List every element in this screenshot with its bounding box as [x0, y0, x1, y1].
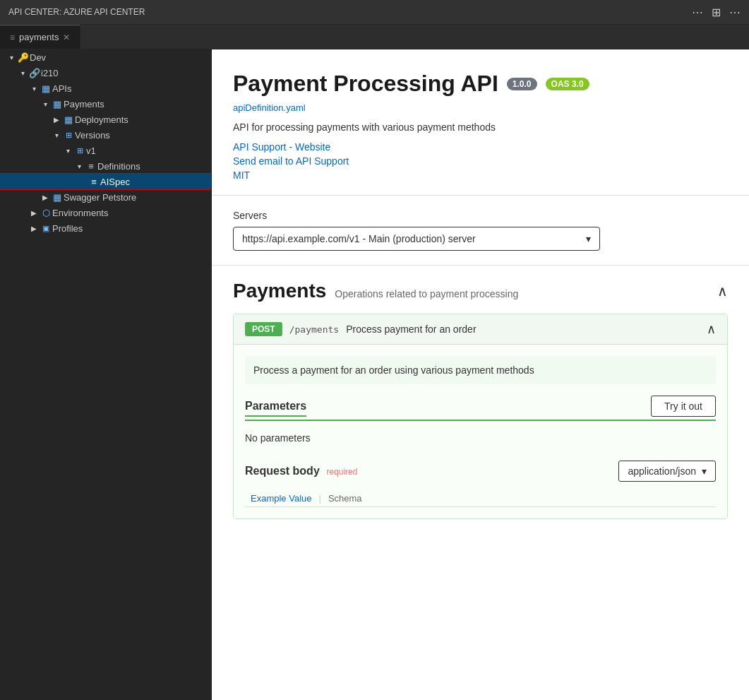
sidebar-item-versions[interactable]: ▾ ⊞ Versions: [0, 127, 211, 143]
sidebar-item-dev[interactable]: ▾ 🔑 Dev: [0, 49, 211, 65]
api-icon-swagger: ▦: [51, 192, 64, 203]
servers-label: Servers: [233, 210, 728, 221]
sidebar-item-definitions[interactable]: ▾ ≡ Definitions: [0, 158, 211, 174]
content-type-dropdown[interactable]: application/json ▾: [618, 461, 716, 482]
arrow-deployments: ▶: [51, 116, 62, 124]
tab-close-button[interactable]: ✕: [63, 32, 70, 42]
tab-label: payments: [19, 32, 59, 42]
lines-icon-definitions: ≡: [85, 161, 97, 172]
request-body-label-group: Request body required: [245, 465, 357, 477]
endpoint-header: POST /payments Process payment for an or…: [234, 314, 727, 345]
sidebar-item-environments[interactable]: ▶ ⬡ Environments: [0, 205, 211, 220]
endpoint-collapse-button[interactable]: ∧: [707, 321, 716, 337]
request-body-label: Request body: [245, 465, 320, 477]
api-license-link[interactable]: MIT: [233, 170, 728, 181]
params-tabs-row: Parameters Try it out: [245, 396, 716, 421]
content-type-value: application/json: [628, 465, 696, 477]
version-badge: 1.0.0: [507, 78, 537, 90]
sidebar-item-apis[interactable]: ▾ ▦ APIs: [0, 81, 211, 96]
request-body-row: Request body required application/json ▾: [245, 461, 716, 482]
sidebar-label-definitions: Definitions: [97, 161, 211, 172]
no-parameters-text: No parameters: [245, 427, 716, 449]
section-collapse-button[interactable]: ∧: [717, 283, 728, 299]
sidebar-label-apis: APIs: [52, 83, 211, 94]
section-title: Payments: [233, 280, 326, 302]
schema-tab-divider: |: [317, 490, 322, 506]
spec-badge: OAS 3.0: [546, 78, 589, 90]
try-it-out-button[interactable]: Try it out: [651, 396, 716, 417]
api-links: API Support - Website Send email to API …: [233, 141, 728, 181]
endpoint-left: POST /payments Process payment for an or…: [245, 322, 477, 336]
api-file-link[interactable]: apiDefinition.yaml: [233, 102, 728, 113]
api-icon-deployments: ▦: [62, 114, 75, 125]
tab-payments[interactable]: ≡ payments ✕: [0, 25, 80, 49]
servers-value: https://api.example.com/v1 - Main (produ…: [242, 233, 476, 244]
endpoint-card-post: POST /payments Process payment for an or…: [233, 314, 728, 519]
person-icon-profiles: ▣: [40, 224, 52, 233]
sidebar-item-i210[interactable]: ▾ 🔗 i210: [0, 65, 211, 81]
gear-icon-environments: ⬡: [40, 208, 52, 218]
sidebar-label-swagger: Swagger Petstore: [64, 192, 211, 203]
endpoint-summary: Process a payment for an order using var…: [245, 356, 716, 384]
sidebar-item-swagger-petstore[interactable]: ▶ ▦ Swagger Petstore: [0, 189, 211, 205]
method-badge-post: POST: [245, 322, 282, 336]
layout-icon[interactable]: ⊞: [709, 4, 724, 20]
sidebar-item-v1[interactable]: ▾ ⊞ v1: [0, 143, 211, 158]
api-header: Payment Processing API 1.0.0 OAS 3.0 api…: [212, 49, 749, 196]
sidebar-item-profiles[interactable]: ▶ ▣ Profiles: [0, 220, 211, 236]
cube-icon-versions: ⊞: [62, 131, 75, 140]
sidebar-label-dev: Dev: [30, 52, 211, 63]
sidebar-item-aispec[interactable]: ≡ AISpec: [0, 174, 211, 189]
main-layout: ▾ 🔑 Dev ▾ 🔗 i210 ▾ ▦ APIs ▾ ▦ Payments ▶…: [0, 49, 749, 700]
endpoint-description: Process payment for an order: [346, 324, 476, 335]
sidebar-label-environments: Environments: [52, 208, 211, 218]
sidebar-label-i210: i210: [41, 68, 211, 78]
arrow-payments: ▾: [40, 100, 51, 108]
section-header: Payments Operations related to payment p…: [233, 280, 728, 302]
sidebar-item-deployments[interactable]: ▶ ▦ Deployments: [0, 112, 211, 127]
tab-example-value[interactable]: Example Value: [245, 490, 317, 506]
arrow-apis: ▾: [28, 85, 40, 93]
section-subtitle: Operations related to payment processing: [335, 288, 518, 299]
top-bar-actions: ⋯ ⊞ ⋯: [683, 4, 749, 20]
more-icon[interactable]: ⋯: [689, 4, 706, 20]
servers-section: Servers https://api.example.com/v1 - Mai…: [212, 196, 749, 266]
sidebar-label-aispec: AISpec: [100, 177, 211, 187]
arrow-definitions: ▾: [73, 162, 85, 170]
sidebar-label-deployments: Deployments: [75, 114, 211, 125]
api-support-website-link[interactable]: API Support - Website: [233, 141, 728, 153]
sidebar-label-profiles: Profiles: [52, 223, 211, 234]
content-area: Payment Processing API 1.0.0 OAS 3.0 api…: [212, 49, 749, 700]
arrow-v1: ▾: [62, 147, 73, 155]
api-description: API for processing payments with various…: [233, 121, 728, 133]
parameters-section: Parameters Try it out No parameters: [245, 396, 716, 449]
sidebar: ▾ 🔑 Dev ▾ 🔗 i210 ▾ ▦ APIs ▾ ▦ Payments ▶…: [0, 49, 212, 700]
api-icon-payments: ▦: [51, 99, 64, 109]
cube-icon-v1: ⊞: [73, 146, 86, 155]
arrow-swagger: ▶: [40, 194, 51, 201]
api-title: Payment Processing API: [233, 71, 498, 97]
servers-dropdown[interactable]: https://api.example.com/v1 - Main (produ…: [233, 227, 600, 251]
top-bar: API CENTER: AZURE API CENTER ⋯ ⊞ ⋯: [0, 0, 749, 25]
sidebar-label-v1: v1: [86, 146, 211, 156]
tab-schema[interactable]: Schema: [323, 490, 368, 506]
more-icon-2[interactable]: ⋯: [726, 4, 743, 20]
schema-tabs: Example Value | Schema: [245, 490, 716, 507]
arrow-profiles: ▶: [28, 225, 40, 232]
tab-icon: ≡: [10, 32, 15, 42]
api-icon-apis: ▦: [40, 83, 52, 94]
endpoint-body: Process a payment for an order using var…: [234, 345, 727, 518]
sidebar-label-versions: Versions: [75, 130, 211, 141]
api-support-email-link[interactable]: Send email to API Support: [233, 155, 728, 167]
arrow-versions: ▾: [51, 131, 62, 139]
arrow-dev: ▾: [6, 54, 17, 61]
required-badge: required: [326, 467, 357, 477]
sidebar-item-payments[interactable]: ▾ ▦ Payments: [0, 96, 211, 112]
section-title-group: Payments Operations related to payment p…: [233, 280, 518, 302]
arrow-i210: ▾: [17, 69, 28, 77]
key-icon: 🔑: [17, 52, 30, 63]
params-tab-label[interactable]: Parameters: [245, 400, 306, 417]
sidebar-label-payments: Payments: [64, 99, 211, 109]
lines-icon-aispec: ≡: [88, 177, 100, 187]
app-title: API CENTER: AZURE API CENTER: [0, 7, 683, 17]
